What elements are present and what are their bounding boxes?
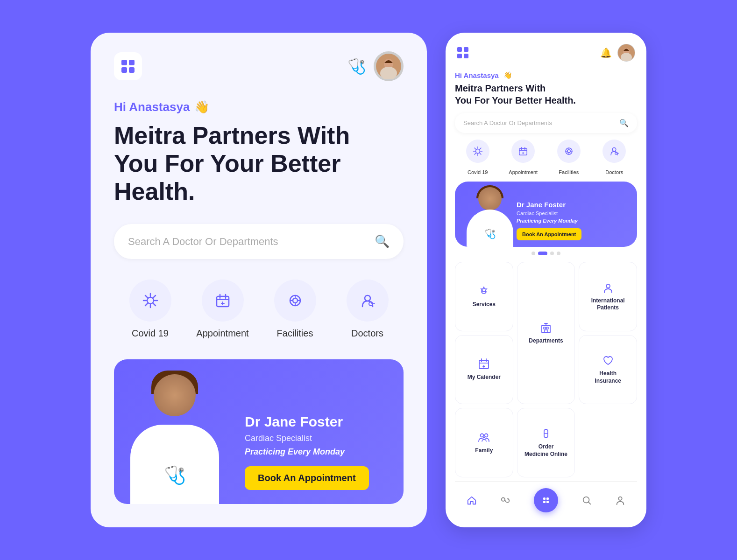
facilities-icon xyxy=(274,280,316,322)
doctor-face xyxy=(154,374,196,416)
svg-line-44 xyxy=(480,153,481,154)
svg-point-75 xyxy=(481,434,484,437)
svg-point-81 xyxy=(507,498,509,499)
greeting-right: Hi Anastasya 👋 xyxy=(455,71,637,79)
svg-point-23 xyxy=(293,298,298,303)
search-bar-right[interactable]: Search A Doctor Or Departments 🔍 xyxy=(455,113,637,133)
service-my-calendar[interactable]: My Calender xyxy=(455,335,513,405)
facilities-label: Facilities xyxy=(277,328,313,339)
category-doctors-right[interactable]: Doctors xyxy=(592,140,638,175)
avatar[interactable] xyxy=(374,51,404,81)
search-placeholder-right: Search A Doctor Or Departments xyxy=(463,119,552,126)
svg-rect-65 xyxy=(545,330,547,333)
covid19-icon-right xyxy=(466,140,489,163)
stethoscope-decoration-right: 🩺 xyxy=(484,228,496,239)
category-appointment[interactable]: Appointment xyxy=(186,280,259,339)
svg-line-13 xyxy=(153,303,156,306)
category-covid19[interactable]: Covid 19 xyxy=(114,280,186,339)
carousel-dots xyxy=(455,252,637,255)
stethoscope-decoration: 🩺 xyxy=(164,465,186,485)
category-appointment-right[interactable]: Appointment xyxy=(501,140,546,175)
banner-doctor-name-right: Dr Jane Foster xyxy=(517,201,581,209)
svg-rect-1 xyxy=(129,60,135,65)
svg-line-43 xyxy=(475,148,476,149)
banner-content-left: Dr Jane Foster Cardiac Specialist Practi… xyxy=(245,414,369,490)
banner-doctor-name-left: Dr Jane Foster xyxy=(245,414,369,430)
doctor-face-right xyxy=(478,187,502,210)
doctors-icon-right xyxy=(602,140,626,163)
category-facilities[interactable]: Facilities xyxy=(259,280,331,339)
svg-point-28 xyxy=(365,295,370,301)
left-phone-header: 🩺 xyxy=(114,51,404,81)
banner-content-right: Dr Jane Foster Cardiac Specialist Practi… xyxy=(517,201,581,240)
avatar-right[interactable] xyxy=(617,44,635,62)
search-bar-left[interactable]: Search A Doctor Or Departments 🔍 xyxy=(114,224,404,259)
facilities-label-right: Facilities xyxy=(559,169,579,175)
bottom-nav xyxy=(455,481,637,516)
grid-icon-right[interactable] xyxy=(457,47,469,59)
svg-line-87 xyxy=(588,502,591,504)
doctor-photo-right: 🩺 xyxy=(464,182,516,247)
search-placeholder-left: Search A Doctor Or Departments xyxy=(128,236,278,248)
covid19-label: Covid 19 xyxy=(132,328,169,339)
bell-icon-right[interactable]: 🔔 xyxy=(600,47,612,58)
category-covid19-right[interactable]: Covid 19 xyxy=(455,140,501,175)
international-patients-label: InternationalPatients xyxy=(591,297,625,312)
svg-line-45 xyxy=(480,148,481,149)
categories-right: Covid 19 Appointment xyxy=(455,140,637,175)
svg-rect-84 xyxy=(543,501,546,503)
home-icon xyxy=(467,495,477,505)
service-family[interactable]: Family xyxy=(455,408,513,477)
svg-rect-34 xyxy=(464,54,468,58)
banner-schedule-left: Practicing Every Monday xyxy=(245,447,369,457)
book-appointment-btn-right[interactable]: Book An Appointment xyxy=(517,228,581,240)
family-label: Family xyxy=(475,447,493,455)
profile-nav-icon xyxy=(615,495,625,505)
hero-title-right: Meitra Partners WithYou For Your Better … xyxy=(455,82,637,106)
service-services[interactable]: Services xyxy=(455,262,513,331)
header-right: 🩺 xyxy=(347,51,404,81)
appointment-icon-right xyxy=(511,140,535,163)
book-appointment-btn-left[interactable]: Book An Appointment xyxy=(245,466,369,490)
nav-search[interactable] xyxy=(581,495,592,505)
facilities-icon-right xyxy=(557,140,581,163)
doctor-image-left: 🩺 xyxy=(123,364,226,504)
nav-profile[interactable] xyxy=(615,495,625,505)
category-facilities-right[interactable]: Facilities xyxy=(546,140,592,175)
svg-point-68 xyxy=(606,284,610,288)
stethoscope-nav-icon xyxy=(500,495,510,505)
svg-point-80 xyxy=(502,498,505,501)
svg-rect-31 xyxy=(457,47,462,52)
service-order-medicine[interactable]: OrderMedicine Online xyxy=(517,408,575,477)
covid19-label-right: Covid 19 xyxy=(468,169,488,175)
doctor-photo-left: 🩺 xyxy=(123,364,226,504)
svg-line-15 xyxy=(145,303,148,306)
service-health-insurance[interactable]: HealthInsurance xyxy=(579,335,637,405)
left-phone: 🩺 Hi Anastasya 👋 Meitra Partners WithYou… xyxy=(91,33,427,527)
appointment-label-right: Appointment xyxy=(509,169,538,175)
svg-rect-83 xyxy=(546,497,549,500)
svg-rect-62 xyxy=(542,325,550,333)
departments-label: Departments xyxy=(529,337,563,345)
svg-point-76 xyxy=(485,434,488,437)
category-doctors[interactable]: Doctors xyxy=(331,280,404,339)
service-international-patients[interactable]: InternationalPatients xyxy=(579,262,637,331)
grid-icon[interactable] xyxy=(114,52,142,80)
service-departments[interactable]: Departments xyxy=(517,262,575,404)
doctor-banner-right: 🩺 Dr Jane Foster Cardiac Specialist Prac… xyxy=(455,182,637,247)
nav-health[interactable] xyxy=(500,495,510,505)
svg-line-14 xyxy=(153,295,156,298)
banner-schedule-right: Practicing Every Monday xyxy=(517,218,581,224)
hero-title-left: Meitra Partners WithYou For Your Better … xyxy=(114,122,404,205)
doctors-label-right: Doctors xyxy=(605,169,623,175)
health-insurance-icon xyxy=(602,354,614,366)
calendar-label: My Calender xyxy=(468,374,501,381)
svg-line-12 xyxy=(145,295,148,298)
nav-add-btn[interactable] xyxy=(534,488,558,512)
svg-rect-3 xyxy=(129,67,135,73)
doctor-image-right: 🩺 xyxy=(464,182,516,247)
order-medicine-label: OrderMedicine Online xyxy=(524,443,567,458)
dot-3 xyxy=(550,252,554,255)
nav-home[interactable] xyxy=(467,495,477,505)
svg-rect-82 xyxy=(543,497,546,500)
